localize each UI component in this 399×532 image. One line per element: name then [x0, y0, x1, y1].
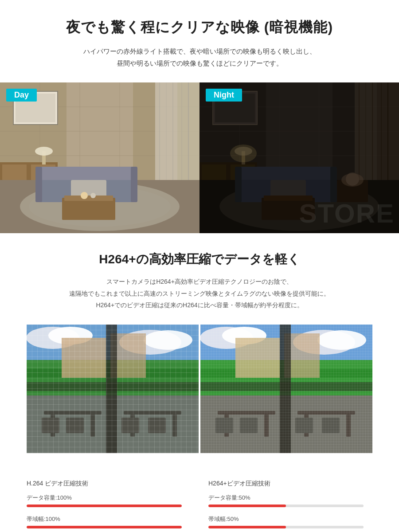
h264-subtitle: スマートカメラはH264+高効率ビデオ圧縮テクノロジーのお陰で、 遠隔地でもこれ…	[27, 276, 372, 311]
pixel-grid-overlay	[27, 325, 199, 453]
day-night-comparison: Day	[0, 82, 399, 233]
h264plus-data-bar-bg	[208, 505, 364, 507]
h264-left-panel	[27, 325, 199, 453]
h264plus-bandwidth-label: 帯域幅:50%	[208, 515, 364, 523]
svg-point-80	[341, 173, 364, 187]
h264-bandwidth-label: 帯域幅:100%	[27, 515, 182, 523]
svg-rect-33	[35, 167, 42, 202]
night-vision-title: 夜でも驚く程にクリアな映像 (暗視機能)	[27, 18, 372, 37]
night-vision-section: 夜でも驚く程にクリアな映像 (暗視機能) ハイパワーの赤外線ライト搭載で、夜や暗…	[0, 0, 399, 69]
h264plus-data-bar-fill	[208, 505, 286, 507]
h264-data-row: データ容量:100%	[27, 494, 182, 507]
day-room-image	[0, 82, 200, 233]
h264-stats-title: H.264 ビデオ圧縮技術	[27, 480, 182, 488]
h264-right-panel	[200, 325, 372, 453]
night-panel: Night	[200, 82, 399, 233]
h264plus-bandwidth-row: 帯域幅:50%	[208, 515, 364, 528]
svg-point-68	[230, 145, 257, 162]
day-label: Day	[6, 89, 37, 102]
svg-rect-22	[2, 164, 27, 180]
night-label: Night	[206, 89, 242, 102]
svg-rect-73	[235, 167, 242, 202]
svg-rect-74	[330, 167, 337, 202]
stats-section: H.264 ビデオ圧縮技術 データ容量:100% 帯域幅:100% H264+ビ…	[0, 466, 399, 532]
h264plus-stats-title: H264+ビデオ圧縮技術	[208, 480, 364, 488]
h264-bandwidth-row: 帯域幅:100%	[27, 515, 182, 528]
h264-data-bar-fill	[27, 505, 182, 507]
h264-bandwidth-bar-fill	[27, 526, 182, 528]
svg-rect-72	[235, 167, 337, 180]
h264plus-bandwidth-bar-bg	[208, 526, 364, 528]
svg-rect-32	[35, 167, 137, 180]
h264-section: H264+の高効率圧縮でデータを軽く スマートカメラはH264+高効率ビデオ圧縮…	[0, 233, 399, 466]
svg-rect-77	[264, 196, 313, 201]
h264-bandwidth-bar-bg	[27, 526, 182, 528]
svg-rect-62	[202, 164, 226, 180]
svg-point-39	[90, 193, 96, 198]
h264-data-label: データ容量:100%	[27, 494, 182, 502]
day-room-svg	[0, 82, 200, 233]
fine-grid-overlay	[200, 325, 372, 453]
day-panel: Day	[0, 82, 200, 233]
stats-col-h264plus: H264+ビデオ圧縮技術 データ容量:50% 帯域幅:50%	[191, 475, 372, 532]
night-vision-subtitle: ハイパワーの赤外線ライト搭載で、夜や暗い場所での映像も明るく映し出し、 昼間や明…	[27, 45, 372, 69]
svg-rect-37	[64, 196, 113, 201]
h264plus-data-row: データ容量:50%	[208, 494, 364, 507]
svg-point-38	[81, 192, 88, 199]
svg-rect-36	[62, 198, 115, 220]
svg-rect-76	[262, 198, 315, 220]
h264-data-bar-bg	[27, 505, 182, 507]
h264plus-data-label: データ容量:50%	[208, 494, 364, 502]
h264-title: H264+の高効率圧縮でデータを軽く	[27, 251, 372, 268]
svg-point-27	[35, 147, 53, 156]
stats-col-h264: H.264 ビデオ圧縮技術 データ容量:100% 帯域幅:100%	[27, 475, 191, 532]
comparison-panels: Day	[0, 82, 399, 233]
h264plus-bandwidth-bar-fill	[208, 526, 286, 528]
night-room-svg	[200, 82, 399, 233]
h264-comparison-panels	[27, 325, 372, 453]
night-room-image: STORE	[200, 82, 399, 233]
svg-rect-34	[131, 167, 137, 202]
